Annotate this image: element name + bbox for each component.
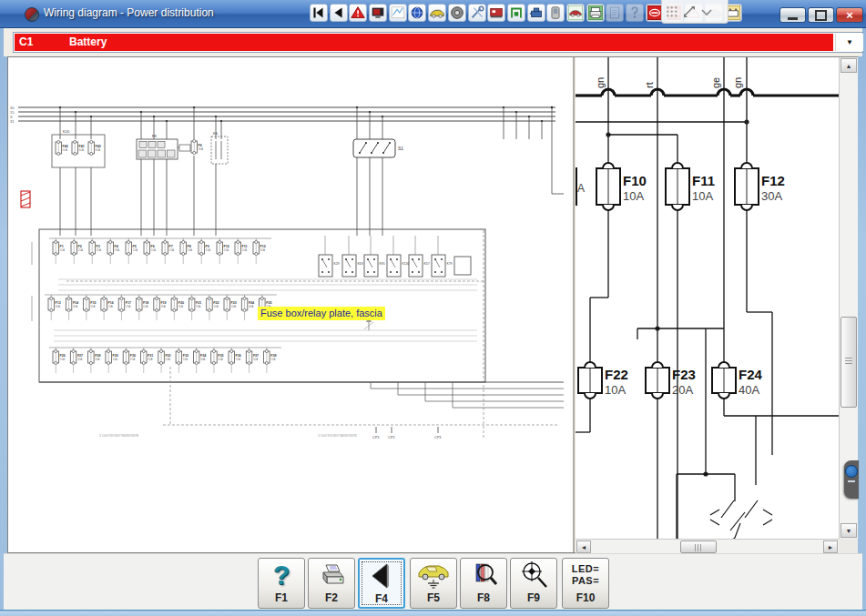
scroll-left-button[interactable]: ◄ [576, 540, 591, 553]
printer-green-icon[interactable] [586, 4, 605, 22]
zoom-detail-svg[interactable]: gnrtgegnF1010AF1110AF1230AAF2210AF2320AF… [576, 57, 840, 539]
fuse-F23[interactable]: F2320A [646, 362, 696, 399]
globe-icon[interactable] [408, 4, 426, 22]
fuse-symbol[interactable]: F4060A [56, 140, 68, 155]
component-combobox[interactable]: C1 Battery ▼ [13, 32, 863, 53]
fuse-symbol[interactable]: F1515A [84, 297, 97, 311]
back-icon[interactable] [330, 4, 348, 22]
drag-handle-icon[interactable] [666, 5, 678, 18]
fuse-symbol[interactable]: F3615A [229, 349, 241, 364]
fuse-symbol[interactable]: F715A [162, 240, 174, 255]
fuse-symbol[interactable]: F1010A [217, 240, 229, 255]
relay-symbol[interactable]: K63 [342, 255, 363, 277]
fuse-symbol[interactable]: F110A [53, 240, 65, 255]
fuse-symbol[interactable]: F3520A [211, 349, 224, 364]
monitor-icon[interactable] [369, 4, 387, 22]
fuse-symbol[interactable]: F2720A [70, 349, 83, 364]
fuse-symbol[interactable]: F2015A [171, 297, 184, 311]
chevron-down-icon[interactable] [699, 7, 714, 16]
fuse-symbol[interactable]: F2615A [53, 349, 66, 364]
fuse-F12[interactable]: F1230A [735, 163, 785, 210]
fuse-symbol[interactable]: F2210A [207, 297, 219, 311]
first-page-icon[interactable] [310, 4, 328, 22]
fuse-symbol[interactable]: F420A [107, 240, 119, 255]
fuse-symbol[interactable]: F1430A [66, 297, 78, 311]
scroll-down-button[interactable]: ▼ [841, 523, 857, 538]
scroll-right-button[interactable]: ► [823, 540, 838, 553]
f1-help-button[interactable]: ? F1 [258, 558, 305, 609]
fuse-symbol[interactable]: F2440A [241, 297, 254, 311]
warning-icon[interactable] [349, 4, 367, 22]
fuse-symbol[interactable]: F3015A [123, 349, 136, 364]
vertical-scroll-thumb[interactable] [841, 317, 857, 408]
scroll-up-button[interactable]: ▲ [841, 58, 857, 73]
fuse-symbol[interactable]: F215A [71, 240, 83, 255]
fuse-F10[interactable]: F1010A [596, 163, 647, 210]
device-icon[interactable] [546, 4, 565, 22]
fuse-symbol[interactable]: F810A [180, 240, 192, 255]
fuse-symbol[interactable]: F4260A [88, 140, 101, 155]
fuse-symbol[interactable]: F1110A [235, 240, 248, 255]
maximize-button[interactable] [808, 7, 834, 23]
fuse-F22[interactable]: F2210A [578, 362, 628, 399]
lift-icon[interactable] [507, 4, 525, 22]
fuse-symbol[interactable]: F315A [89, 240, 101, 255]
expand-arrows-icon[interactable] [682, 5, 696, 18]
combobox-dropdown-button[interactable]: ▼ [835, 34, 863, 51]
zoom-detail-panel[interactable]: gnrtgegnF1010AF1110AF1230AAF2210AF2320AF… [576, 57, 840, 539]
relay-symbol[interactable]: K116 [387, 255, 409, 277]
doc-disabled-icon[interactable] [606, 4, 624, 22]
engine-icon[interactable] [527, 4, 545, 22]
f10-led-pas-button[interactable]: LED= PAS= F10 [562, 558, 609, 609]
fuse-symbol[interactable]: F1615A [101, 297, 114, 311]
relay-symbol[interactable]: K95 [364, 255, 385, 277]
close-button[interactable]: × [836, 7, 863, 23]
fuse-symbol[interactable]: F915A [199, 240, 210, 255]
fuse-symbol[interactable]: F2320A [224, 297, 237, 311]
fuse-F11[interactable]: F1110A [666, 163, 715, 210]
help-disabled-icon[interactable] [626, 4, 644, 22]
wiring-diagram-svg[interactable]: 3015X31K20F4060AF4160AF4260AF8F630AK6S1F… [8, 57, 573, 552]
tools-icon[interactable] [468, 4, 486, 22]
horizontal-scrollbar[interactable]: ◄ ► [576, 539, 840, 554]
f8-component-search-button[interactable]: F8 [460, 558, 507, 609]
relay-symbol[interactable]: K29 [319, 255, 340, 277]
fuse-symbol[interactable]: F3710A [246, 349, 259, 364]
car-red-icon[interactable] [566, 4, 585, 22]
fuse-symbol[interactable]: F2910A [106, 349, 118, 364]
fuse-symbol[interactable]: F3815A [264, 349, 277, 364]
fuse-symbol[interactable]: F630A [191, 139, 203, 154]
fuse-symbol[interactable]: F1925A [154, 297, 167, 311]
wiring-diagram-panel[interactable]: 3015X31K20F4060AF4160AF4260AF8F630AK6S1F… [8, 57, 575, 552]
f9-locate-button[interactable]: F9 [510, 558, 557, 609]
fuse-symbol[interactable]: F515A [126, 240, 138, 255]
machine-icon[interactable] [487, 4, 505, 22]
battery-marker-icon[interactable] [21, 191, 30, 207]
car-yellow-icon[interactable] [428, 4, 446, 22]
fuse-symbol[interactable]: F3120A [141, 349, 154, 364]
fuse-symbol[interactable]: F1810A [137, 297, 149, 311]
relay-symbol[interactable]: K57 [409, 255, 430, 277]
floating-toolbar-widget[interactable] [661, 0, 728, 24]
f5-car-button[interactable]: F5 [410, 558, 457, 609]
f2-print-button[interactable]: F2 [308, 558, 355, 609]
wheel-icon[interactable] [448, 4, 466, 22]
f4-back-button[interactable]: F4 [358, 558, 405, 609]
fuse-symbol[interactable]: F1330A [48, 297, 61, 311]
fuse-F24[interactable]: F2440A [712, 362, 763, 399]
fuse-symbol[interactable]: F610A [144, 240, 156, 255]
fuse-symbol[interactable]: F3430A [193, 349, 206, 364]
fuse-symbol[interactable]: F2830A [88, 349, 101, 364]
combobox-selection[interactable]: C1 Battery [15, 34, 833, 51]
fuse-symbol[interactable]: F3315A [176, 349, 188, 364]
fuse-symbol[interactable]: F3210A [158, 349, 171, 364]
horizontal-scroll-thumb[interactable] [680, 540, 717, 553]
remote-support-side-tab[interactable] [844, 460, 859, 499]
relay-symbol[interactable]: K79 [432, 255, 453, 277]
fuse-symbol[interactable]: F1715A [118, 297, 131, 311]
sketch-icon[interactable] [389, 4, 407, 22]
fuse-symbol[interactable]: F1230A [253, 240, 266, 255]
fuse-symbol[interactable]: F4160A [72, 140, 85, 155]
fuse-symbol[interactable]: F2120A [188, 297, 201, 311]
minimize-button[interactable] [779, 7, 806, 23]
